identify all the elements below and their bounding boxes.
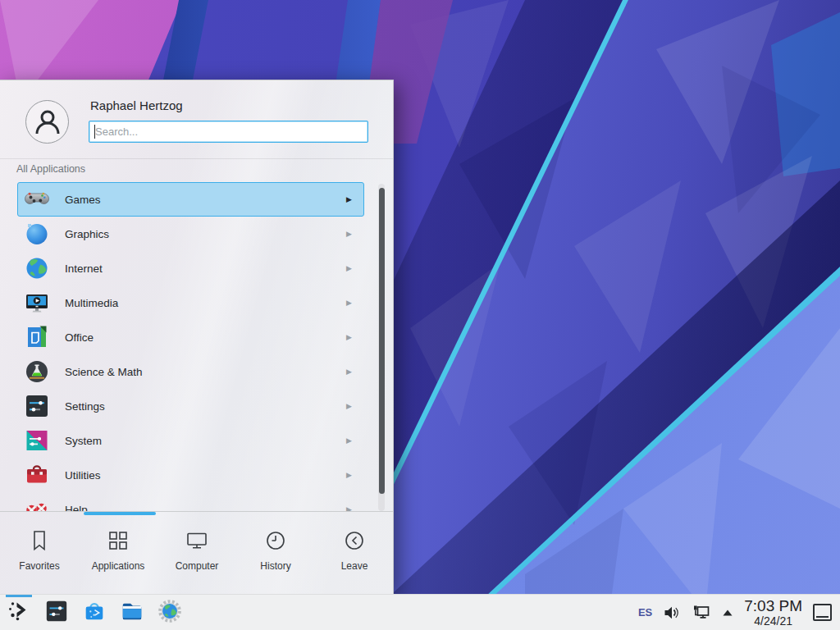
launcher-button[interactable] bbox=[6, 600, 32, 626]
user-name: Raphael Hertzog bbox=[90, 98, 183, 112]
search-input[interactable] bbox=[89, 121, 368, 143]
tab-label: History bbox=[260, 560, 290, 572]
tab-computer[interactable]: Computer bbox=[158, 515, 236, 594]
launcher-active-indicator bbox=[6, 595, 32, 597]
tab-label: Applications bbox=[92, 560, 145, 572]
leave-icon bbox=[343, 528, 366, 553]
network-icon[interactable] bbox=[692, 603, 711, 623]
user-avatar-icon[interactable] bbox=[25, 100, 69, 144]
clock-time: 7:03 PM bbox=[744, 598, 802, 614]
menu-item-graphics[interactable]: Graphics ▶ bbox=[17, 217, 364, 251]
desktop: Raphael Hertzog All Applications bbox=[0, 0, 840, 630]
web-browser-taskbar-button[interactable] bbox=[157, 600, 183, 626]
app-grid-icon bbox=[107, 528, 130, 553]
menu-item-science-math[interactable]: Science & Math ▶ bbox=[17, 354, 364, 389]
menu-item-utilities[interactable]: Utilities ▶ bbox=[17, 458, 364, 492]
category-list: Games ▶ Graphics ▶ bbox=[0, 182, 373, 511]
system-sliders-icon bbox=[24, 427, 50, 454]
history-clock-icon bbox=[264, 528, 287, 553]
header-separator bbox=[0, 158, 394, 159]
submenu-arrow-icon: ▶ bbox=[346, 471, 352, 479]
keyboard-layout-indicator[interactable]: ES bbox=[638, 606, 652, 619]
menu-item-help[interactable]: Help ▶ bbox=[17, 492, 364, 511]
clock[interactable]: 7:03 PM 4/24/21 bbox=[744, 598, 802, 627]
application-launcher-popup: Raphael Hertzog All Applications bbox=[0, 80, 394, 594]
file-manager-taskbar-button[interactable] bbox=[119, 600, 145, 626]
menu-item-games[interactable]: Games ▶ bbox=[17, 182, 364, 217]
sliders-icon bbox=[24, 393, 50, 419]
menu-item-internet[interactable]: Internet ▶ bbox=[17, 251, 364, 285]
submenu-arrow-icon: ▶ bbox=[346, 299, 352, 307]
system-settings-icon bbox=[44, 599, 69, 627]
menu-item-label: Science & Math bbox=[65, 366, 346, 378]
submenu-arrow-icon: ▶ bbox=[346, 195, 352, 203]
submenu-arrow-icon: ▶ bbox=[346, 333, 352, 341]
monitor-play-icon bbox=[24, 290, 50, 316]
menu-item-label: Settings bbox=[65, 400, 346, 413]
tabbar-separator bbox=[0, 511, 394, 512]
taskbar: ES 7:03 PM 4/ bbox=[0, 594, 840, 630]
scrollbar[interactable] bbox=[378, 184, 385, 511]
toolbox-icon bbox=[24, 462, 50, 488]
tab-applications[interactable]: Applications bbox=[79, 515, 158, 594]
show-desktop-button[interactable] bbox=[813, 604, 832, 621]
discover-software-center-icon bbox=[82, 599, 107, 627]
menu-item-label: Graphics bbox=[65, 228, 346, 240]
menu-item-office[interactable]: Office ▶ bbox=[17, 320, 364, 354]
tab-bar: Favorites Applications bbox=[0, 515, 394, 594]
scrollbar-thumb[interactable] bbox=[379, 188, 385, 494]
tab-label: Leave bbox=[341, 560, 368, 572]
dolphin-folder-icon bbox=[120, 599, 144, 627]
document-icon bbox=[24, 324, 50, 350]
system-settings-taskbar-button[interactable] bbox=[43, 600, 70, 626]
tray-expander-icon[interactable] bbox=[722, 609, 733, 617]
tab-favorites[interactable]: Favorites bbox=[0, 515, 79, 594]
tab-label: Favorites bbox=[19, 560, 59, 572]
menu-item-label: Multimedia bbox=[65, 297, 346, 309]
menu-item-label: Utilities bbox=[65, 469, 346, 482]
section-label: All Applications bbox=[16, 163, 85, 175]
menu-item-multimedia[interactable]: Multimedia ▶ bbox=[17, 285, 364, 320]
discover-taskbar-button[interactable] bbox=[81, 600, 107, 626]
lifebuoy-icon bbox=[24, 496, 50, 511]
browser-globe-gear-icon bbox=[158, 599, 182, 627]
text-caret bbox=[94, 125, 95, 139]
submenu-arrow-icon: ▶ bbox=[346, 264, 352, 272]
menu-item-label: Internet bbox=[65, 262, 346, 275]
clock-date: 4/24/21 bbox=[744, 615, 802, 627]
computer-icon bbox=[185, 528, 208, 553]
menu-item-label: System bbox=[65, 435, 346, 447]
menu-item-settings[interactable]: Settings ▶ bbox=[17, 389, 364, 423]
globe-icon bbox=[24, 255, 50, 281]
flask-icon bbox=[24, 358, 50, 385]
menu-item-label: Help bbox=[65, 504, 346, 512]
gamepad-icon bbox=[24, 186, 50, 212]
tab-label: Computer bbox=[176, 560, 219, 572]
submenu-arrow-icon: ▶ bbox=[346, 505, 352, 511]
volume-icon[interactable] bbox=[663, 604, 681, 622]
menu-item-label: Office bbox=[65, 331, 346, 344]
tab-history[interactable]: History bbox=[236, 515, 315, 594]
submenu-arrow-icon: ▶ bbox=[346, 368, 352, 376]
tab-leave[interactable]: Leave bbox=[315, 515, 394, 594]
submenu-arrow-icon: ▶ bbox=[346, 402, 352, 410]
kickoff-launcher-icon bbox=[7, 599, 31, 627]
bookmark-icon bbox=[28, 528, 51, 553]
submenu-arrow-icon: ▶ bbox=[346, 436, 352, 445]
menu-item-label: Games bbox=[65, 194, 346, 206]
submenu-arrow-icon: ▶ bbox=[346, 230, 352, 238]
menu-item-system[interactable]: System ▶ bbox=[17, 423, 364, 458]
sphere-icon bbox=[24, 221, 50, 247]
